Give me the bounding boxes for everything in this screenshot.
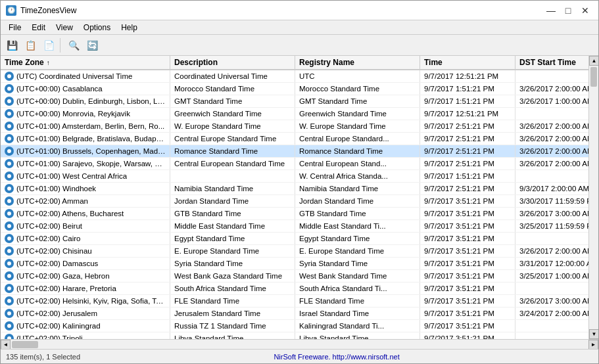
table-row[interactable]: (UTC+01:00) West Central AfricaW. Centra… bbox=[1, 170, 588, 183]
table-cell bbox=[515, 108, 588, 120]
col-header-registry[interactable]: Registry Name bbox=[295, 56, 420, 69]
table-cell: Morocco Standard Time bbox=[170, 83, 295, 95]
table-row[interactable]: (UTC+02:00) KaliningradRussia TZ 1 Stand… bbox=[1, 320, 588, 332]
table-cell: Central European Stand... bbox=[295, 158, 420, 170]
toolbar-refresh[interactable]: 🔄 bbox=[84, 37, 101, 54]
col-header-timezone[interactable]: Time Zone ↑ bbox=[1, 56, 170, 69]
table-cell: Egypt Standard Time bbox=[295, 233, 420, 244]
table-cell bbox=[515, 233, 588, 244]
timezone-icon bbox=[5, 296, 14, 306]
table-cell: 3/26/2017 1:00:00 AM bbox=[515, 95, 588, 107]
table-cell: 9/7/2017 3:51:21 PM bbox=[420, 233, 515, 244]
table-row[interactable]: (UTC+01:00) Amsterdam, Berlin, Bern, Ro.… bbox=[1, 120, 588, 133]
timezone-icon bbox=[5, 184, 14, 193]
timezone-icon bbox=[5, 122, 14, 131]
table-cell: (UTC+02:00) Gaza, Hebron bbox=[1, 270, 170, 282]
table-cell: Central Europe Standard Time bbox=[170, 133, 295, 145]
table-row[interactable]: (UTC+01:00) WindhoekNamibia Standard Tim… bbox=[1, 183, 588, 195]
timezone-icon bbox=[5, 234, 14, 243]
main-window: 🕐 TimeZonesView — □ ✕ File Edit View Opt… bbox=[0, 0, 599, 364]
scroll-down-button[interactable]: ▼ bbox=[589, 329, 598, 339]
maximize-button[interactable]: □ bbox=[560, 4, 576, 17]
table-cell: Jordan Standard Time bbox=[295, 195, 420, 207]
table-row[interactable]: (UTC+02:00) DamascusSyria Standard TimeS… bbox=[1, 258, 588, 270]
table-cell bbox=[515, 283, 588, 294]
col-header-description[interactable]: Description bbox=[170, 56, 295, 69]
menu-file[interactable]: File bbox=[3, 22, 26, 34]
table-cell: 9/7/2017 3:51:21 PM bbox=[420, 320, 515, 332]
table-cell: GTB Standard Time bbox=[170, 208, 295, 219]
table-row[interactable]: (UTC+02:00) AmmanJordan Standard TimeJor… bbox=[1, 195, 588, 208]
table-row[interactable]: (UTC+00:00) Monrovia, ReykjavikGreenwich… bbox=[1, 108, 588, 120]
menu-view[interactable]: View bbox=[51, 22, 78, 34]
timezone-icon bbox=[5, 109, 14, 118]
timezone-icon bbox=[5, 196, 14, 206]
table-row[interactable]: (UTC+02:00) Harare, PretoriaSouth Africa… bbox=[1, 283, 588, 295]
timezone-icon bbox=[5, 334, 14, 339]
table-body: (UTC) Coordinated Universal TimeCoordina… bbox=[1, 70, 588, 339]
table-row[interactable]: (UTC+02:00) CairoEgypt Standard TimeEgyp… bbox=[1, 233, 588, 245]
menu-options[interactable]: Options bbox=[78, 22, 116, 34]
table-cell: 9/7/2017 2:51:21 PM bbox=[420, 158, 515, 170]
table-cell: Central Europe Standard... bbox=[295, 133, 420, 145]
col-header-time[interactable]: Time bbox=[420, 56, 515, 69]
toolbar-save[interactable]: 💾 bbox=[3, 37, 20, 54]
scroll-track-h[interactable] bbox=[11, 340, 588, 349]
table-cell: 3/26/2017 2:00:00 AM bbox=[515, 158, 588, 170]
table-cell: Romance Standard Time bbox=[170, 145, 295, 157]
table-cell: (UTC+00:00) Monrovia, Reykjavik bbox=[1, 108, 170, 120]
toolbar-search[interactable]: 🔍 bbox=[65, 37, 82, 54]
col-header-dst[interactable]: DST Start Time bbox=[515, 56, 588, 69]
table-cell: 9/7/2017 3:51:21 PM bbox=[420, 295, 515, 307]
table-cell: 3/26/2017 2:00:00 AM bbox=[515, 133, 588, 145]
table-cell: (UTC+01:00) West Central Africa bbox=[1, 170, 170, 182]
scroll-thumb-v[interactable] bbox=[590, 67, 597, 87]
table-row[interactable]: (UTC+02:00) Athens, BucharestGTB Standar… bbox=[1, 208, 588, 220]
timezone-icon bbox=[5, 159, 14, 168]
table-cell: (UTC+01:00) Brussels, Copenhagen, Madri.… bbox=[1, 145, 170, 157]
table-row[interactable]: (UTC+01:00) Sarajevo, Skopje, Warsaw, Za… bbox=[1, 158, 588, 170]
toolbar: 💾 📋 📄 🔍 🔄 bbox=[1, 35, 598, 56]
table-row[interactable]: (UTC+01:00) Brussels, Copenhagen, Madri.… bbox=[1, 145, 588, 158]
table-row[interactable]: (UTC) Coordinated Universal TimeCoordina… bbox=[1, 70, 588, 83]
table-cell: 3/26/2017 2:00:00 AM bbox=[515, 120, 588, 132]
table-row[interactable]: (UTC+02:00) Gaza, HebronWest Bank Gaza S… bbox=[1, 270, 588, 283]
table-cell: (UTC+00:00) Casablanca bbox=[1, 83, 170, 95]
table-cell: 3/26/2017 2:00:00 AM bbox=[515, 245, 588, 257]
scroll-right-button[interactable]: ► bbox=[588, 340, 598, 350]
table-row[interactable]: (UTC+02:00) TripoliLibya Standard TimeLi… bbox=[1, 332, 588, 339]
table-row[interactable]: (UTC+02:00) Helsinki, Kyiv, Riga, Sofia,… bbox=[1, 295, 588, 307]
minimize-button[interactable]: — bbox=[543, 4, 559, 17]
close-button[interactable]: ✕ bbox=[577, 4, 593, 17]
sort-arrow: ↑ bbox=[47, 59, 50, 66]
menu-help[interactable]: Help bbox=[116, 22, 143, 34]
table-cell: 9/7/2017 3:51:21 PM bbox=[420, 332, 515, 339]
scroll-track-v[interactable] bbox=[589, 66, 598, 329]
table-row[interactable]: (UTC+00:00) CasablancaMorocco Standard T… bbox=[1, 83, 588, 95]
vertical-scrollbar[interactable]: ▲ ▼ bbox=[588, 56, 598, 339]
table-cell: (UTC+02:00) Athens, Bucharest bbox=[1, 208, 170, 219]
table-cell: Middle East Standard Time bbox=[170, 220, 295, 232]
table-cell: Central European Standard Time bbox=[170, 158, 295, 170]
table-cell: Coordinated Universal Time bbox=[170, 70, 295, 82]
toolbar-new[interactable]: 📄 bbox=[40, 37, 57, 54]
scroll-up-button[interactable]: ▲ bbox=[589, 56, 598, 66]
table-cell: 3/30/2017 11:59:59 PM bbox=[515, 195, 588, 207]
table-cell: (UTC+02:00) Cairo bbox=[1, 233, 170, 244]
timezone-icon bbox=[5, 134, 14, 143]
timezone-icon bbox=[5, 309, 14, 318]
timezone-icon bbox=[5, 72, 14, 81]
menu-edit[interactable]: Edit bbox=[26, 22, 51, 34]
toolbar-copy[interactable]: 📋 bbox=[22, 37, 39, 54]
table-row[interactable]: (UTC+00:00) Dublin, Edinburgh, Lisbon, L… bbox=[1, 95, 588, 108]
table-cell: Jordan Standard Time bbox=[170, 195, 295, 207]
scroll-left-button[interactable]: ◄ bbox=[1, 340, 11, 350]
table-cell: 9/7/2017 3:51:21 PM bbox=[420, 208, 515, 219]
table-row[interactable]: (UTC+02:00) JerusalemJerusalem Standard … bbox=[1, 307, 588, 320]
table-row[interactable]: (UTC+01:00) Belgrade, Bratislava, Budape… bbox=[1, 133, 588, 145]
table-cell: (UTC+02:00) Beirut bbox=[1, 220, 170, 232]
table-row[interactable]: (UTC+02:00) BeirutMiddle East Standard T… bbox=[1, 220, 588, 233]
table-row[interactable]: (UTC+02:00) ChisinauE. Europe Standard T… bbox=[1, 245, 588, 258]
scroll-thumb-h[interactable] bbox=[12, 341, 38, 348]
table-cell bbox=[515, 320, 588, 332]
